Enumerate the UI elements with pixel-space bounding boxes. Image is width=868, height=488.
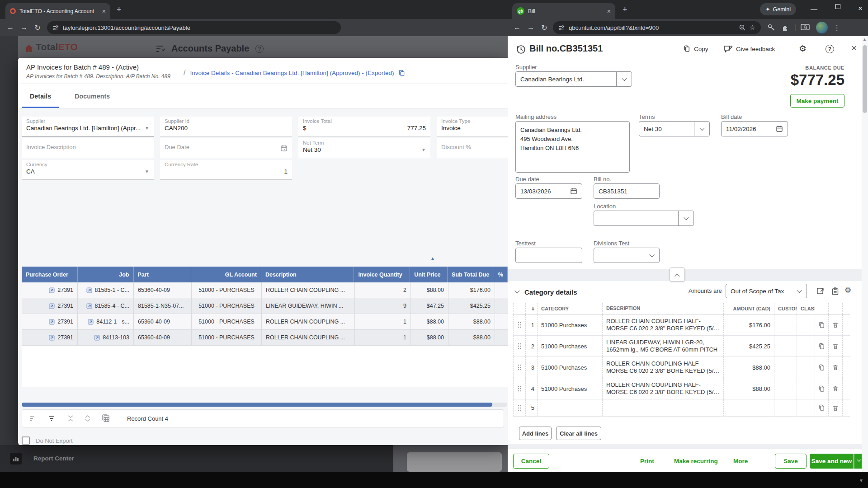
category-row[interactable]: 1 51000 Purchases ROLLER CHAIN COUPLING … bbox=[513, 314, 850, 336]
currency-rate-field[interactable]: Currency Rate 1 bbox=[160, 160, 292, 180]
audit-history-icon[interactable] bbox=[516, 44, 526, 55]
save-and-new-button[interactable]: Save and new bbox=[810, 454, 854, 469]
due-date-field[interactable]: Due Date bbox=[160, 138, 292, 158]
testtest-input[interactable] bbox=[515, 248, 582, 263]
tab-documents[interactable]: Documents bbox=[63, 84, 122, 108]
sort-icon[interactable] bbox=[29, 415, 38, 422]
open-link-icon[interactable] bbox=[86, 303, 92, 309]
mailing-address-textarea[interactable]: Canadian Bearings Ltd. 495 Woodward Ave.… bbox=[515, 121, 630, 173]
drag-handle-icon[interactable] bbox=[518, 322, 521, 328]
open-link-icon[interactable] bbox=[88, 319, 94, 325]
location-select[interactable] bbox=[594, 211, 694, 226]
scroll-up-arrow[interactable]: ▲ bbox=[863, 37, 867, 42]
chevron-down-icon[interactable]: ▼ bbox=[421, 147, 426, 152]
collapse-section-button[interactable] bbox=[670, 267, 685, 282]
site-info-icon[interactable] bbox=[52, 24, 59, 31]
col-job[interactable]: Job bbox=[78, 267, 134, 282]
new-tab-button[interactable]: + bbox=[623, 5, 627, 14]
clear-all-lines-button[interactable]: Clear all lines bbox=[556, 427, 601, 440]
give-feedback-action[interactable]: Give feedback bbox=[724, 45, 775, 53]
open-link-icon[interactable] bbox=[94, 335, 100, 341]
open-link-icon[interactable] bbox=[49, 319, 55, 325]
bookmark-star-icon[interactable]: ☆ bbox=[750, 23, 755, 32]
print-button[interactable]: Print bbox=[640, 458, 654, 465]
invoice-total-field[interactable]: Invoice Total $ 777.25 bbox=[298, 117, 430, 136]
gemini-button[interactable]: ✦ Gemini bbox=[760, 3, 796, 15]
breadcrumb-link[interactable]: Invoice Details - Canadian Bearings Ltd.… bbox=[190, 70, 394, 76]
duplicate-row-icon[interactable] bbox=[818, 343, 825, 350]
duplicate-row-icon[interactable] bbox=[818, 385, 825, 392]
help-icon[interactable]: ? bbox=[826, 45, 834, 53]
col-percent[interactable]: % bbox=[494, 267, 508, 282]
open-link-icon[interactable] bbox=[49, 335, 55, 341]
drag-handle-icon[interactable] bbox=[518, 385, 521, 392]
address-bar[interactable]: qbo.intuit.com/app/bill?&txnId=900 ☆ bbox=[553, 21, 761, 34]
delete-row-icon[interactable] bbox=[832, 321, 839, 328]
table-row[interactable]: 27391 84112-1 - s... 65360-40-09 51000 -… bbox=[22, 314, 508, 330]
chevron-down-icon[interactable] bbox=[644, 248, 659, 263]
tab-totaleto[interactable]: TotalETO - Accounting Account × bbox=[5, 3, 110, 19]
supplier-field[interactable]: Supplier Canadian Bearings Ltd. [Hamilto… bbox=[22, 117, 154, 136]
currency-field[interactable]: Currency CA ▼ bbox=[22, 160, 154, 180]
chevron-down-icon[interactable] bbox=[694, 122, 709, 136]
col-part[interactable]: Part bbox=[134, 267, 192, 282]
close-bill-icon[interactable]: × bbox=[851, 42, 857, 53]
collapse-rows-icon[interactable] bbox=[67, 415, 74, 422]
calendar-icon[interactable] bbox=[570, 188, 577, 195]
table-row[interactable]: 27391 81585-4 - C... 81585-1-N35-07... 5… bbox=[22, 298, 508, 314]
supplier-id-field[interactable]: Supplier Id CAN200 bbox=[160, 117, 292, 136]
reload-icon[interactable]: ↻ bbox=[538, 23, 551, 32]
supplier-select[interactable]: Canadian Bearings Ltd. bbox=[515, 71, 632, 87]
back-icon[interactable]: ← bbox=[4, 23, 17, 32]
duplicate-row-icon[interactable] bbox=[818, 364, 825, 371]
scrollbar-thumb[interactable] bbox=[863, 45, 867, 113]
category-details-header[interactable]: Category details bbox=[515, 288, 577, 296]
maximize-icon[interactable] bbox=[835, 4, 840, 9]
filter-icon[interactable] bbox=[48, 415, 57, 422]
chevron-down-icon[interactable] bbox=[616, 72, 632, 86]
site-info-icon[interactable] bbox=[558, 24, 565, 31]
chevron-down-icon[interactable] bbox=[678, 211, 693, 225]
expand-rows-icon[interactable] bbox=[85, 415, 91, 422]
tab-close-icon[interactable]: × bbox=[102, 8, 106, 15]
col-purchase-order[interactable]: Purchase Order bbox=[22, 267, 78, 282]
vertical-scrollbar[interactable]: ▲ bbox=[862, 36, 868, 472]
open-link-icon[interactable] bbox=[49, 303, 55, 309]
delete-row-icon[interactable] bbox=[832, 404, 839, 412]
delete-row-icon[interactable] bbox=[832, 385, 839, 392]
forward-icon[interactable]: → bbox=[524, 23, 538, 32]
chevron-down-icon[interactable]: ▼ bbox=[145, 169, 149, 174]
scrollbar-thumb[interactable] bbox=[22, 403, 492, 407]
bill-no-input[interactable]: CB351351 bbox=[594, 183, 660, 199]
export-lines-icon[interactable] bbox=[816, 287, 825, 296]
settings-gear-icon[interactable]: ⚙ bbox=[799, 43, 807, 54]
net-term-field[interactable]: Net Term Net 30 ▼ bbox=[298, 138, 430, 158]
tab-details[interactable]: Details bbox=[18, 84, 63, 108]
save-button[interactable]: Save bbox=[775, 454, 807, 469]
zoom-icon[interactable] bbox=[739, 24, 746, 31]
extensions-icon[interactable] bbox=[782, 23, 790, 32]
forward-icon[interactable]: → bbox=[17, 23, 31, 32]
close-window-icon[interactable]: × bbox=[858, 4, 863, 13]
drag-handle-icon[interactable] bbox=[518, 364, 521, 371]
amounts-are-select[interactable]: Out of Scope of Tax bbox=[726, 284, 807, 298]
table-row[interactable]: 27391 81585-1 - C... 65360-40-09 51000 -… bbox=[22, 282, 508, 298]
copy-action[interactable]: Copy bbox=[683, 45, 708, 53]
drag-handle-icon[interactable] bbox=[518, 343, 521, 349]
reload-icon[interactable]: ↻ bbox=[31, 23, 44, 32]
tab-bill[interactable]: qb Bill × bbox=[512, 3, 615, 19]
table-settings-gear-icon[interactable]: ⚙ bbox=[844, 286, 851, 295]
password-manager-icon[interactable] bbox=[767, 23, 775, 32]
new-tab-button[interactable]: + bbox=[117, 5, 122, 14]
make-payment-button[interactable]: Make payment bbox=[790, 94, 844, 108]
invoice-type-field[interactable]: Invoice Type Invoice bbox=[437, 117, 508, 136]
cancel-button[interactable]: Cancel bbox=[513, 454, 549, 469]
drag-handle-icon[interactable] bbox=[518, 405, 521, 411]
profile-avatar[interactable] bbox=[816, 22, 828, 33]
make-recurring-button[interactable]: Make recurring bbox=[674, 458, 718, 465]
add-lines-button[interactable]: Add lines bbox=[519, 427, 552, 440]
duplicate-row-icon[interactable] bbox=[818, 322, 825, 328]
col-sub-total-due[interactable]: Sub Total Due bbox=[448, 267, 494, 282]
col-description[interactable]: Description bbox=[261, 267, 354, 282]
category-row[interactable]: 3 51000 Purchases ROLLER CHAIN COUPLING … bbox=[513, 357, 850, 378]
